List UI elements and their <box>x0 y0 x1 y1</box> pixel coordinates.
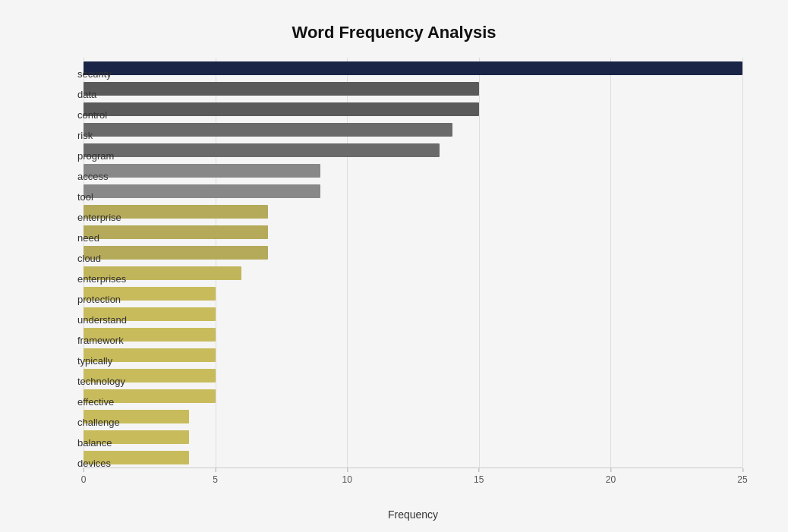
bar <box>84 184 320 198</box>
bar-row: understand <box>84 306 742 323</box>
bar-row: cloud <box>84 244 742 261</box>
x-tick-label: 5 <box>213 468 218 485</box>
bar-row: balance <box>84 429 742 445</box>
bar-row: data <box>84 80 742 97</box>
bar-row: technology <box>84 367 742 384</box>
bar <box>84 143 440 157</box>
bar <box>84 82 479 96</box>
x-tick-label: 20 <box>606 468 616 485</box>
bar <box>84 246 268 260</box>
bar-row: challenge <box>84 408 742 425</box>
bar-row: security <box>84 60 742 77</box>
bar-row: devices <box>84 449 742 466</box>
bar <box>84 61 742 75</box>
grid-line <box>742 58 743 467</box>
bar-row: protection <box>84 285 742 302</box>
x-tick-label: 25 <box>737 468 747 485</box>
x-axis: 0510152025 Frequency <box>84 467 742 498</box>
chart-title: Word Frequency Analysis <box>46 23 742 42</box>
bar <box>84 225 268 239</box>
bar-row: program <box>84 142 742 159</box>
bar-row: framework <box>84 326 742 343</box>
bar <box>84 102 479 116</box>
x-tick-label: 0 <box>81 468 87 485</box>
bar-row: effective <box>84 388 742 405</box>
bar-row: need <box>84 224 742 241</box>
bar-row: risk <box>84 121 742 138</box>
bar-row: enterprises <box>84 265 742 282</box>
x-axis-label: Frequency <box>388 508 438 521</box>
bar-row: enterprise <box>84 203 742 220</box>
bar-row: typically <box>84 347 742 364</box>
bars-wrapper: securitydatacontrolriskprogramaccesstool… <box>84 58 742 467</box>
bar-row: control <box>84 101 742 118</box>
bar <box>84 123 452 137</box>
bar <box>84 164 320 178</box>
bar-row: access <box>84 162 742 179</box>
chart-container: Word Frequency Analysis securitydatacont… <box>0 0 788 532</box>
bar-row: tool <box>84 183 742 200</box>
chart-area: securitydatacontrolriskprogramaccesstool… <box>84 58 742 498</box>
x-tick-label: 10 <box>342 468 352 485</box>
x-tick-label: 15 <box>474 468 484 485</box>
